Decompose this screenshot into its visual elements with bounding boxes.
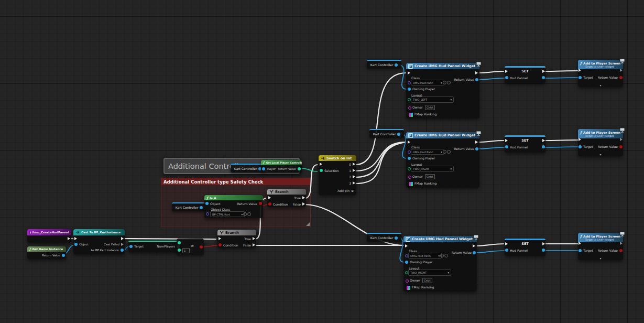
layout-dropdown[interactable]: TWO_RIGHT ▾ [408,270,451,276]
hud-pannel-pin[interactable] [505,145,508,148]
exec-in-pin[interactable] [408,141,410,144]
target-pin[interactable] [578,76,582,79]
kart-controller-node-4[interactable]: Kart Controller [231,164,265,173]
exec-out-pin[interactable] [68,237,70,240]
node-header[interactable]: ƒ Is A [204,195,263,200]
map-struct-pin[interactable] [406,285,411,290]
branch-node-numplayers[interactable]: Branch True Condition False [217,230,256,248]
false-exec-pin[interactable] [253,243,255,246]
use-selected-icon[interactable] [243,212,247,216]
use-selected-icon[interactable] [443,81,446,84]
value-output-pin[interactable] [542,249,545,252]
cast-to-bp-kartinstance-node[interactable]: Cast To BP_KartInstance Object Cast Fail… [73,229,125,254]
get-game-instance-node[interactable]: ƒ Get Game Instance Return Value [27,246,66,259]
greater-than-node[interactable]: 1 > [177,239,204,255]
target-pin[interactable] [578,249,582,252]
set-hud-pannel-node-3[interactable]: SET Hud Pannel [505,239,545,256]
kart-controller-node-5[interactable]: Kart Controller [172,202,206,211]
owner-pin[interactable] [408,106,411,110]
return-value-pin[interactable] [619,76,623,79]
expand-advanced-chevron[interactable]: ▾ [578,83,623,87]
node-header[interactable]: func_CreateHudPannel [27,229,71,235]
node-header[interactable]: Cast To BP_KartInstance [73,229,125,235]
switch-on-int-node[interactable]: Switch on Int 0 Selection 1 2 3 Add pin … [319,155,356,195]
node-header[interactable]: ƒ Add to Player Screen Target is User Wi… [578,233,623,242]
case-2-exec-pin[interactable] [353,175,355,178]
expand-advanced-chevron[interactable]: ▾ [578,153,623,156]
return-value-pin[interactable] [619,249,623,252]
node-header[interactable]: Create UMG Hud Pannel Widget [403,236,477,242]
object-pin[interactable] [74,243,78,246]
exec-in-pin[interactable] [219,237,221,240]
exec-out-pin[interactable] [121,237,124,240]
node-header[interactable]: Create UMG Hud Pannel Widget [406,132,479,138]
kart-controller-node-2[interactable]: Kart Controller [369,129,404,138]
return-value-pin[interactable] [62,254,65,257]
case-0-exec-pin[interactable] [353,163,355,166]
layout-dropdown[interactable]: TWO_RIGHT ▾ [411,166,454,172]
exec-in-pin[interactable] [505,139,508,142]
browse-icon[interactable] [447,150,451,154]
case-1-exec-pin[interactable] [353,169,355,172]
as-bp-kart-instance-pin[interactable] [121,249,124,252]
browse-icon[interactable] [444,254,448,257]
exec-in-pin[interactable] [405,244,408,247]
owning-player-pin[interactable] [408,88,411,91]
owner-value-input[interactable]: Cntrl [425,105,435,110]
owner-pin[interactable] [406,279,409,283]
exec-in-pin[interactable] [408,71,410,74]
blueprint-canvas[interactable]: Additional Controller type Safety Check [0,0,644,323]
add-to-player-screen-node-2[interactable]: ƒ Add to Player Screen Target is User Wi… [578,129,623,156]
owner-pin[interactable] [408,176,411,179]
is-a-node[interactable]: ƒ Is A Object Return Value Object Class … [204,195,263,218]
exec-in-pin[interactable] [505,70,508,73]
b-input-pin[interactable] [178,249,181,252]
node-header[interactable]: Branch [267,189,306,195]
object-output-pin[interactable] [395,236,398,240]
b-value-input[interactable]: 1 [182,248,190,253]
create-umg-widget-node-1[interactable]: Create UMG Hud Pannel Widget Class UMG H… [406,63,479,119]
set-hud-pannel-node-1[interactable]: SET Hud Pannel [505,66,545,83]
use-selected-icon[interactable] [443,150,446,154]
class-dropdown[interactable]: UMG Hud Pann ▾ [411,149,444,155]
expand-advanced-chevron[interactable]: ▾ [578,256,623,260]
owner-value-input[interactable]: Cntrl [425,174,435,179]
exec-out-pin[interactable] [475,141,478,144]
create-umg-widget-node-2[interactable]: Create UMG Hud Pannel Widget Class UMG H… [406,132,479,188]
object-pin[interactable] [205,202,209,205]
node-header[interactable]: Branch [217,230,256,235]
node-header[interactable]: Switch on Int [319,155,356,161]
class-dropdown[interactable]: UMG Hud Pann ▾ [408,253,442,259]
player-pin[interactable] [262,167,265,170]
node-header[interactable]: ƒ Add to Player Screen Target is User Wi… [578,60,623,69]
exec-in-pin[interactable] [505,242,508,245]
exec-out-pin[interactable] [542,242,545,245]
node-header[interactable]: Create UMG Hud Pannel Widget [406,63,479,69]
exec-in-pin[interactable] [74,237,77,240]
use-selected-icon[interactable] [440,254,444,257]
exec-out-pin[interactable] [542,139,545,142]
true-exec-pin[interactable] [253,237,255,240]
object-class-dropdown[interactable]: BP CTRL Kart ▾ [210,211,245,217]
exec-out-pin[interactable] [542,70,545,73]
exec-out-pin[interactable] [620,138,623,141]
exec-in-pin[interactable] [578,138,581,141]
exec-out-pin[interactable] [473,244,475,247]
owning-player-pin[interactable] [405,261,408,264]
set-hud-pannel-node-2[interactable]: SET Hud Pannel [505,135,545,153]
cast-failed-exec-pin[interactable] [121,243,124,246]
target-pin[interactable] [129,245,133,248]
exec-in-pin[interactable] [320,163,322,166]
return-value-pin[interactable] [473,251,476,254]
browse-icon[interactable] [447,81,451,84]
return-value-pin[interactable] [259,202,262,205]
a-input-pin[interactable] [178,241,181,244]
exec-in-pin[interactable] [578,69,581,72]
add-to-player-screen-node-3[interactable]: ƒ Add to Player Screen Target is User Wi… [578,233,623,260]
num-players-node[interactable]: Target NumPlayers [128,241,181,252]
condition-pin[interactable] [219,243,222,246]
node-header[interactable]: ƒ Get Game Instance [27,246,66,252]
node-header[interactable]: ƒ Add to Player Screen Target is User Wi… [578,129,623,138]
kart-controller-node-3[interactable]: Kart Controller [367,233,401,242]
false-exec-pin[interactable] [302,202,305,206]
